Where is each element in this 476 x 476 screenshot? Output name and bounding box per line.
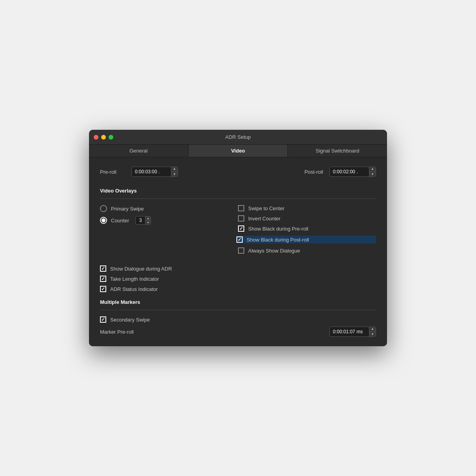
- swipe-to-center-label: Swipe to Center: [248, 205, 285, 211]
- swipe-to-center-checkbox[interactable]: [238, 205, 244, 211]
- bottom-checkboxes: Show Dialogue during ADR Take Length Ind…: [100, 265, 376, 292]
- right-column: Swipe to Center Invert Counter Show Blac…: [238, 205, 376, 258]
- postroll-stepper[interactable]: ▲ ▼: [369, 167, 376, 177]
- swipe-to-center-row: Swipe to Center: [238, 205, 376, 211]
- show-black-post-roll-row: Show Black during Post-roll: [236, 236, 376, 243]
- secondary-swipe-row: Secondary Swipe: [100, 316, 376, 323]
- marker-preroll-label: Marker Pre-roll: [100, 329, 155, 335]
- show-dialogue-row: Show Dialogue during ADR: [100, 265, 376, 272]
- maximize-button[interactable]: [109, 135, 113, 140]
- adr-status-label: ADR Status Indicator: [110, 286, 158, 292]
- minimize-button[interactable]: [101, 135, 106, 140]
- marker-preroll-input-group[interactable]: 0:00:01:07 ms ▲ ▼: [329, 327, 376, 337]
- take-length-label: Take Length Indicator: [110, 276, 159, 282]
- show-black-pre-roll-checkbox[interactable]: [238, 225, 244, 232]
- counter-radio[interactable]: [100, 217, 107, 224]
- timing-row: Pre-roll 0:00:03:00 . ▲ ▼ Post-roll 0:00…: [100, 167, 376, 177]
- postroll-up-button[interactable]: ▲: [369, 167, 376, 172]
- video-overlays-divider: [100, 198, 376, 199]
- invert-counter-label: Invert Counter: [248, 216, 280, 222]
- window-title: ADR Setup: [225, 134, 251, 140]
- primary-swipe-radio[interactable]: [100, 205, 107, 212]
- content-area: Pre-roll 0:00:03:00 . ▲ ▼ Post-roll 0:00…: [89, 157, 387, 346]
- adr-status-checkbox[interactable]: [100, 286, 106, 292]
- show-black-post-roll-checkbox[interactable]: [236, 236, 243, 243]
- video-overlays-section: Video Overlays Primary Swipe Counter: [100, 188, 376, 292]
- multiple-markers-section: Multiple Markers Secondary Swipe Marker …: [100, 299, 376, 337]
- multiple-markers-divider: [100, 310, 376, 310]
- marker-preroll-row: Marker Pre-roll 0:00:01:07 ms ▲ ▼: [100, 327, 376, 337]
- preroll-value: 0:00:03:00 .: [132, 169, 171, 174]
- titlebar: ADR Setup: [89, 130, 387, 145]
- adr-setup-window: ADR Setup General Video Signal Switchboa…: [89, 130, 387, 346]
- postroll-value: 0:00:02:00 .: [330, 169, 369, 174]
- preroll-label: Pre-roll: [100, 169, 131, 175]
- overlays-columns: Primary Swipe Counter 3 ▲ ▼: [100, 205, 376, 258]
- postroll-down-button[interactable]: ▼: [369, 172, 376, 177]
- preroll-input-group[interactable]: 0:00:03:00 . ▲ ▼: [131, 167, 178, 177]
- postroll-input-group[interactable]: 0:00:02:00 . ▲ ▼: [329, 167, 376, 177]
- multiple-markers-header: Multiple Markers: [100, 299, 376, 305]
- left-column: Primary Swipe Counter 3 ▲ ▼: [100, 205, 238, 258]
- preroll-up-button[interactable]: ▲: [171, 167, 178, 172]
- always-show-dialogue-checkbox[interactable]: [238, 247, 244, 254]
- secondary-swipe-label: Secondary Swipe: [110, 317, 150, 323]
- invert-counter-row: Invert Counter: [238, 215, 376, 222]
- tab-general[interactable]: General: [89, 145, 189, 157]
- primary-swipe-label: Primary Swipe: [111, 206, 144, 212]
- show-black-post-roll-label: Show Black during Post-roll: [247, 237, 309, 243]
- video-overlays-header: Video Overlays: [100, 188, 376, 194]
- close-button[interactable]: [94, 135, 98, 140]
- marker-preroll-value: 0:00:01:07 ms: [330, 329, 369, 334]
- postroll-label: Post-roll: [304, 169, 323, 175]
- preroll-down-button[interactable]: ▼: [171, 172, 178, 177]
- show-dialogue-label: Show Dialogue during ADR: [110, 266, 172, 272]
- primary-swipe-row: Primary Swipe: [100, 205, 238, 212]
- tab-video[interactable]: Video: [189, 145, 288, 157]
- counter-stepper[interactable]: ▲ ▼: [145, 216, 151, 225]
- counter-row: Counter 3 ▲ ▼: [100, 216, 238, 225]
- tab-bar: General Video Signal Switchboard: [89, 145, 387, 157]
- marker-preroll-up-button[interactable]: ▲: [369, 327, 376, 332]
- always-show-dialogue-label: Always Show Dialogue: [248, 248, 300, 254]
- invert-counter-checkbox[interactable]: [238, 215, 244, 222]
- show-black-pre-roll-label: Show Black during Pre-roll: [248, 226, 308, 232]
- preroll-stepper[interactable]: ▲ ▼: [171, 167, 178, 177]
- traffic-lights: [94, 135, 113, 140]
- counter-up-button[interactable]: ▲: [145, 216, 151, 221]
- always-show-dialogue-row: Always Show Dialogue: [238, 247, 376, 254]
- secondary-swipe-checkbox[interactable]: [100, 316, 106, 323]
- adr-status-row: ADR Status Indicator: [100, 286, 376, 292]
- counter-value: 3: [136, 218, 145, 223]
- show-black-pre-roll-row: Show Black during Pre-roll: [238, 225, 376, 232]
- take-length-row: Take Length Indicator: [100, 276, 376, 282]
- marker-preroll-stepper[interactable]: ▲ ▼: [369, 327, 376, 337]
- marker-preroll-down-button[interactable]: ▼: [369, 332, 376, 337]
- counter-down-button[interactable]: ▼: [145, 221, 151, 225]
- tab-signal-switchboard[interactable]: Signal Switchboard: [288, 145, 387, 157]
- show-dialogue-checkbox[interactable]: [100, 265, 106, 272]
- counter-value-group[interactable]: 3 ▲ ▼: [135, 216, 151, 225]
- take-length-checkbox[interactable]: [100, 276, 106, 282]
- counter-label: Counter: [111, 218, 129, 223]
